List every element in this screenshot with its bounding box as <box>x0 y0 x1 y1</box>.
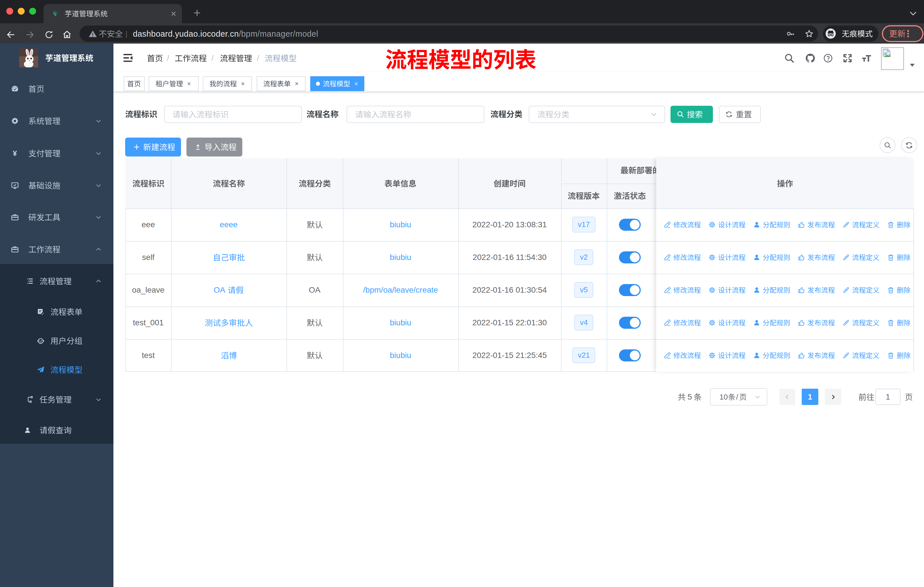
svg-text:¥: ¥ <box>13 149 17 157</box>
